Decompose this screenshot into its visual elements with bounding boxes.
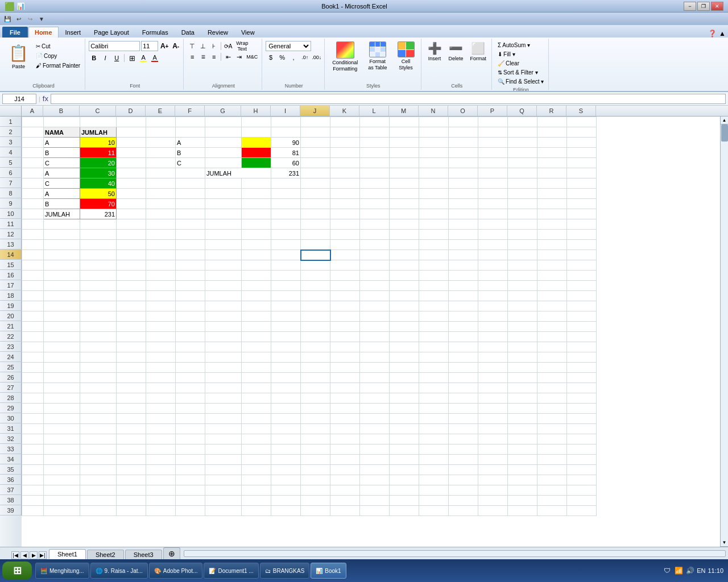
number-format-select[interactable]: General Number Currency Date Text bbox=[266, 41, 311, 51]
cell-C14[interactable] bbox=[80, 250, 117, 260]
cell-M11[interactable] bbox=[390, 219, 419, 230]
cell-F9[interactable] bbox=[176, 199, 205, 209]
cell-A8[interactable] bbox=[22, 189, 44, 199]
cell-R13[interactable] bbox=[537, 240, 567, 250]
cell-G8[interactable] bbox=[205, 189, 242, 199]
cell-O11[interactable] bbox=[449, 219, 478, 230]
cell-E1[interactable] bbox=[146, 117, 176, 127]
row-header-1[interactable]: 1 bbox=[0, 117, 22, 127]
sheet-add-button[interactable]: ⊕ bbox=[163, 547, 180, 559]
cell-D12[interactable] bbox=[117, 230, 146, 240]
cell-B14[interactable] bbox=[44, 250, 80, 260]
cell-E13[interactable] bbox=[146, 240, 176, 250]
cell-S3[interactable] bbox=[567, 138, 597, 148]
cell-E9[interactable] bbox=[146, 199, 176, 209]
percent-button[interactable]: % bbox=[277, 52, 287, 63]
cell-H3[interactable] bbox=[242, 138, 271, 148]
col-header-N[interactable]: N bbox=[419, 106, 448, 116]
cell-C2[interactable]: JUMLAH bbox=[80, 127, 117, 138]
cell-E5[interactable] bbox=[146, 158, 176, 168]
row-header-17[interactable]: 17 bbox=[0, 280, 22, 290]
cell-I3[interactable]: 90 bbox=[271, 138, 301, 148]
row-header-8[interactable]: 8 bbox=[0, 188, 22, 198]
decrease-decimal-button[interactable]: .00↓ bbox=[311, 52, 322, 63]
cell-P10[interactable] bbox=[478, 209, 508, 219]
cell-A4[interactable] bbox=[22, 148, 44, 158]
taskbar-item-4[interactable]: 🗂 BRANGKAS bbox=[260, 563, 310, 579]
cell-F1[interactable] bbox=[176, 117, 205, 127]
cell-C9[interactable]: 70 bbox=[80, 199, 117, 209]
cell-R9[interactable] bbox=[537, 199, 567, 209]
cell-I11[interactable] bbox=[271, 219, 301, 230]
cell-J3[interactable] bbox=[301, 138, 330, 148]
scroll-up-button[interactable]: ▲ bbox=[721, 117, 728, 124]
cell-H7[interactable] bbox=[242, 178, 271, 189]
row-header-35[interactable]: 35 bbox=[0, 464, 22, 475]
align-middle-button[interactable]: ⊥ bbox=[198, 41, 208, 51]
cell-I6[interactable]: 231 bbox=[271, 168, 301, 178]
cell-G3[interactable] bbox=[205, 138, 242, 148]
cell-A5[interactable] bbox=[22, 158, 44, 168]
cell-P3[interactable] bbox=[478, 138, 508, 148]
row-header-39[interactable]: 39 bbox=[0, 505, 22, 516]
quick-save-button[interactable]: 💾 bbox=[2, 14, 13, 24]
ribbon-toggle-icon[interactable]: ▲ bbox=[719, 30, 726, 38]
cell-H14[interactable] bbox=[242, 250, 271, 260]
cell-O1[interactable] bbox=[449, 117, 478, 127]
col-header-C[interactable]: C bbox=[80, 106, 116, 116]
cell-C10[interactable]: 231 bbox=[80, 209, 117, 219]
col-header-Q[interactable]: Q bbox=[507, 106, 537, 116]
cell-J8[interactable] bbox=[301, 189, 330, 199]
cell-B8[interactable]: A bbox=[44, 189, 80, 199]
cell-R5[interactable] bbox=[537, 158, 567, 168]
cell-G14[interactable] bbox=[205, 250, 242, 260]
cell-I2[interactable] bbox=[271, 127, 301, 138]
cell-L3[interactable] bbox=[360, 138, 390, 148]
cell-Q5[interactable] bbox=[508, 158, 537, 168]
cell-F10[interactable] bbox=[176, 209, 205, 219]
col-header-E[interactable]: E bbox=[146, 106, 175, 116]
align-left-button[interactable]: ≡ bbox=[187, 52, 197, 62]
cell-G2[interactable] bbox=[205, 127, 242, 138]
cell-R14[interactable] bbox=[537, 250, 567, 260]
cell-M8[interactable] bbox=[390, 189, 419, 199]
cell-P11[interactable] bbox=[478, 219, 508, 230]
align-top-button[interactable]: ⊤ bbox=[187, 41, 197, 51]
tab-page-layout[interactable]: Page Layout bbox=[88, 27, 135, 38]
row-header-10[interactable]: 10 bbox=[0, 209, 22, 219]
cell-K6[interactable] bbox=[330, 168, 360, 178]
cell-D11[interactable] bbox=[117, 219, 146, 230]
cell-O14[interactable] bbox=[449, 250, 478, 260]
col-header-B[interactable]: B bbox=[43, 106, 80, 116]
row-header-24[interactable]: 24 bbox=[0, 352, 22, 362]
cell-D6[interactable] bbox=[117, 168, 146, 178]
cell-G5[interactable] bbox=[205, 158, 242, 168]
col-header-S[interactable]: S bbox=[566, 106, 596, 116]
cell-B11[interactable] bbox=[44, 219, 80, 230]
help-icon[interactable]: ❓ bbox=[708, 30, 717, 38]
row-header-23[interactable]: 23 bbox=[0, 342, 22, 352]
cell-F3[interactable]: A bbox=[176, 138, 205, 148]
col-header-R[interactable]: R bbox=[537, 106, 566, 116]
cell-Q7[interactable] bbox=[508, 178, 537, 189]
tab-formulas[interactable]: Formulas bbox=[136, 27, 175, 38]
cell-A2[interactable] bbox=[22, 127, 44, 138]
vertical-scrollbar[interactable]: ▲ ▼ bbox=[720, 117, 728, 547]
cell-I7[interactable] bbox=[271, 178, 301, 189]
cell-G10[interactable] bbox=[205, 209, 242, 219]
row-header-28[interactable]: 28 bbox=[0, 393, 22, 403]
cell-J11[interactable] bbox=[301, 219, 330, 230]
row-header-6[interactable]: 6 bbox=[0, 168, 22, 178]
cell-Q1[interactable] bbox=[508, 117, 537, 127]
cell-R2[interactable] bbox=[537, 127, 567, 138]
cell-D1[interactable] bbox=[117, 117, 146, 127]
cell-F14[interactable] bbox=[176, 250, 205, 260]
cell-E11[interactable] bbox=[146, 219, 176, 230]
cell-L4[interactable] bbox=[360, 148, 390, 158]
cell-H8[interactable] bbox=[242, 189, 271, 199]
cell-M12[interactable] bbox=[390, 230, 419, 240]
cell-S1[interactable] bbox=[567, 117, 597, 127]
cell-B6[interactable]: A bbox=[44, 168, 80, 178]
bold-button[interactable]: B bbox=[89, 53, 99, 63]
cell-C13[interactable] bbox=[80, 240, 117, 250]
